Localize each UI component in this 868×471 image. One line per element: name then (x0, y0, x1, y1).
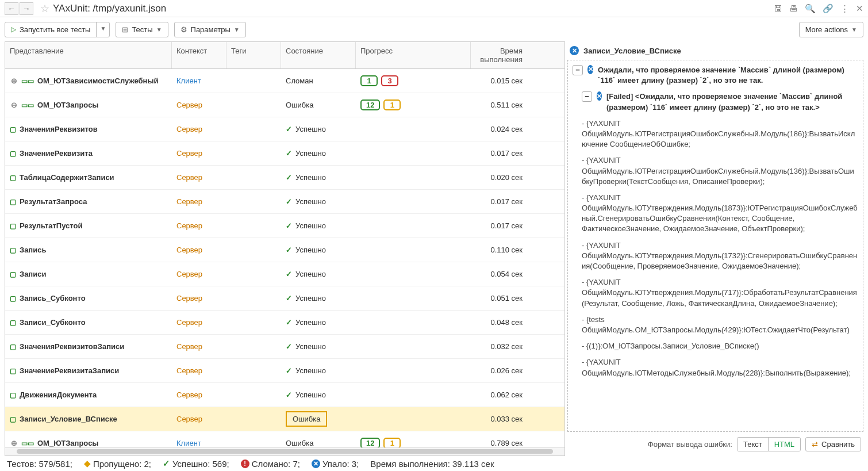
expand-icon[interactable]: ⊕ (10, 439, 18, 447)
table-row[interactable]: ▢РезультатЗапросаСервер✓Успешно0.017 сек (5, 190, 564, 214)
stack-line: - {tests ОбщийМодуль.ОМ_ЮТЗапросы.Модуль… (582, 315, 858, 335)
table-row[interactable]: ⊖▭▭ОМ_ЮТЗапросыСерверОшибка1210.511 сек (5, 93, 564, 117)
stack-line: - {YAXUNIT ОбщийМодуль.ЮТУтверждения.Мод… (582, 277, 858, 309)
chevron-down-icon: ▼ (234, 26, 240, 33)
row-name: ОМ_ЮТЗависимостиСлужебный (37, 76, 159, 85)
row-state: Сломан (281, 76, 356, 85)
chevron-down-icon: ▼ (156, 26, 162, 33)
horizontal-scrollbar[interactable] (5, 447, 564, 455)
page-title: YAxUnit: /tmp/yaxunit.json (53, 3, 166, 14)
table-row[interactable]: ⊕▭▭ОМ_ЮТЗапросыКлиентОшибка1210.789 сек (5, 431, 564, 447)
table-row[interactable]: ▢ЗначениеРеквизитаЗаписиСервер✓Успешно0.… (5, 359, 564, 383)
status-tests: Тестов: 579/581; (7, 459, 72, 469)
table-row[interactable]: ▢ДвиженияДокументаСервер✓Успешно0.062 се… (5, 383, 564, 407)
collapse-button[interactable]: − (582, 91, 592, 102)
col-context[interactable]: Контекст (172, 42, 226, 68)
row-context: Сервер (172, 294, 226, 302)
row-time: 0.017 сек (471, 149, 540, 158)
table-row[interactable]: ⊕▭▭ОМ_ЮТЗависимостиСлужебныйКлиентСломан… (5, 69, 564, 93)
table-row[interactable]: ▢ЗначенияРеквизитовЗаписиСервер✓Успешно0… (5, 335, 564, 359)
table-row[interactable]: ▢Записи_Условие_ВСпискеСерверОшибка0.033… (5, 407, 564, 431)
run-all-dropdown[interactable]: ▼ (96, 22, 109, 37)
table-row[interactable]: ▢ТаблицаСодержитЗаписиСервер✓Успешно0.02… (5, 166, 564, 190)
menu-icon[interactable]: ⋮ (840, 3, 849, 14)
print-icon[interactable]: 🖶 (789, 3, 798, 13)
row-time: 0.054 сек (471, 270, 540, 278)
detail-title: Записи_Условие_ВСписке (583, 47, 681, 55)
check-icon: ✓ (286, 318, 292, 327)
row-state: Ошибка (281, 439, 356, 447)
table-body: ⊕▭▭ОМ_ЮТЗависимостиСлужебныйКлиентСломан… (5, 69, 564, 447)
more-actions-button[interactable]: More actions ▼ (800, 22, 863, 37)
table-row[interactable]: ▢ЗаписьСервер✓Успешно0.110 сек (5, 238, 564, 262)
leaf-icon: ▢ (10, 415, 16, 423)
play-icon: ▷ (11, 25, 16, 33)
col-time[interactable]: Время выполнения (471, 42, 540, 68)
collapse-button[interactable]: − (573, 65, 583, 75)
search-icon[interactable]: 🔍 (805, 3, 816, 14)
row-time: 0.017 сек (471, 221, 540, 230)
leaf-icon: ▢ (10, 125, 16, 133)
tests-label: Тесты (132, 25, 152, 34)
row-context: Сервер (172, 101, 226, 109)
row-state: ✓Успешно (281, 294, 356, 302)
row-context: Сервер (172, 246, 226, 254)
row-time: 0.051 сек (471, 294, 540, 302)
progress-badge: 3 (381, 75, 398, 86)
format-text-button[interactable]: Текст (738, 438, 768, 451)
col-name[interactable]: Представление (5, 42, 172, 68)
col-progress[interactable]: Прогресс (356, 42, 471, 68)
leaf-icon: ▢ (10, 319, 16, 327)
nav-back-button[interactable]: ← (5, 2, 18, 15)
progress-badge: 12 (360, 438, 380, 447)
params-button[interactable]: ⚙ Параметры ▼ (175, 22, 245, 37)
save-icon[interactable]: 🖫 (774, 3, 782, 13)
run-all-button[interactable]: ▷ Запустить все тесты (5, 22, 96, 37)
table-row[interactable]: ▢ЗначениеРеквизитаСервер✓Успешно0.017 се… (5, 141, 564, 166)
row-time: 0.048 сек (471, 318, 540, 327)
leaf-icon: ▢ (10, 198, 16, 206)
col-tags[interactable]: Теги (226, 42, 281, 68)
detail-body: − ✕ Ожидали, что проверяемое значение `М… (567, 60, 863, 432)
row-time: 0.511 сек (471, 101, 540, 109)
link-icon[interactable]: 🔗 (823, 3, 834, 14)
nav-forward-button[interactable]: → (20, 2, 33, 15)
leaf-icon: ▢ (10, 294, 16, 302)
row-state: ✓Успешно (281, 221, 356, 230)
row-time: 0.015 сек (471, 76, 540, 85)
progress-badge: 1 (383, 99, 401, 110)
check-icon: ✓ (286, 125, 292, 133)
table-row[interactable]: ▢Записи_СубконтоСервер✓Успешно0.048 сек (5, 311, 564, 335)
compare-icon: ⇄ (812, 440, 818, 449)
table-row[interactable]: ▢РезультатПустойСервер✓Успешно0.017 сек (5, 214, 564, 238)
expand-icon[interactable]: ⊕ (10, 76, 18, 85)
close-icon[interactable]: ✕ (856, 3, 863, 14)
expand-icon[interactable]: ⊖ (10, 101, 18, 109)
table-header: Представление Контекст Теги Состояние Пр… (5, 42, 564, 69)
stack-line: - {YAXUNIT ОбщийМодуль.ЮТРегистрацияОшиб… (582, 118, 858, 150)
row-state: Ошибка (281, 101, 356, 109)
tests-button[interactable]: ⊞ Тесты ▼ (116, 22, 167, 37)
col-state[interactable]: Состояние (281, 42, 356, 68)
compare-button[interactable]: ⇄ Сравнить (805, 437, 861, 451)
error-icon: ✕ (597, 91, 602, 101)
row-name: Записи (20, 270, 46, 278)
row-name: ЗначенияРеквизитов (20, 125, 98, 133)
table-row[interactable]: ▢ЗаписиСервер✓Успешно0.054 сек (5, 262, 564, 286)
check-icon: ✓ (286, 149, 292, 158)
status-skipped: ◆Пропущено: 2; (84, 458, 151, 469)
check-icon: ✓ (286, 221, 292, 230)
progress-badge: 1 (360, 75, 378, 86)
format-html-button[interactable]: HTML (768, 438, 800, 451)
check-icon: ✓ (286, 342, 292, 351)
row-context: Сервер (172, 342, 226, 351)
check-icon: ✓ (286, 270, 292, 278)
stack-line: - {YAXUNIT ОбщийМодуль.ЮТМетодыСлужебный… (582, 357, 858, 378)
status-bar: Тестов: 579/581; ◆Пропущено: 2; ✓Успешно… (0, 456, 868, 471)
table-row[interactable]: ▢Запись_СубконтоСервер✓Успешно0.051 сек (5, 286, 564, 311)
table-row[interactable]: ▢ЗначенияРеквизитовСервер✓Успешно0.024 с… (5, 117, 564, 141)
favorite-icon[interactable]: ☆ (40, 2, 49, 15)
row-state: ✓Успешно (281, 366, 356, 375)
row-context: Сервер (172, 149, 226, 158)
row-context: Сервер (172, 197, 226, 206)
